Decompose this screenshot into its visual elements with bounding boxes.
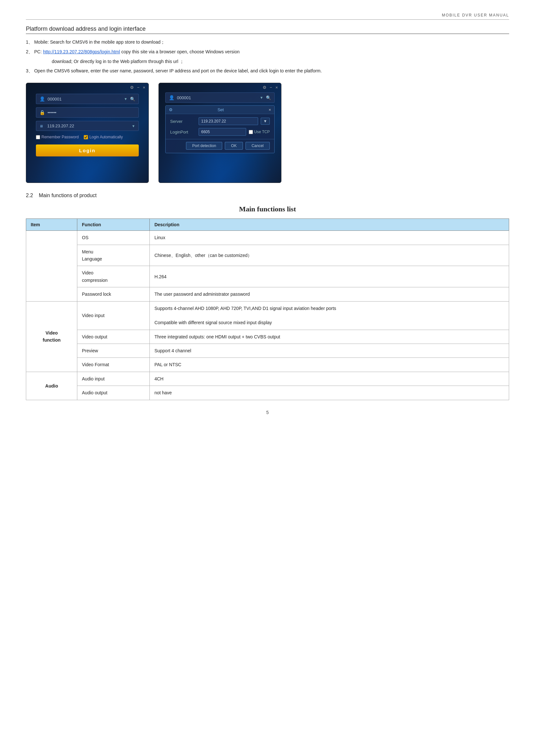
settings-screenshot: ⚙ − × 👤 000001 ▼ 🔍 ⚙ Set × Server [158,83,281,183]
col-header-item: Item [26,219,77,231]
page-header: MOBILE DVR USER MANUAL [26,13,509,20]
subsection-text: Main functions of product [39,193,97,198]
description-cell: not have [150,386,509,400]
login-form: 👤 000001 ▼ 🔍 🔒 •••••• 🖥 119.23.207.22 ▼ … [36,94,139,156]
user-icon-2: 👤 [169,95,174,100]
section-title: Platform download address and login inte… [26,26,509,34]
dropdown-arrow: ▼ [124,97,127,101]
description-cell: Three integrated outputs: one HDMI outpu… [150,330,509,343]
table-header-row: Item Function Description [26,219,509,231]
function-cell: Videocompression [77,266,150,287]
function-cell: Video input [77,301,150,330]
table-section-title: Main functions list [26,205,509,213]
username-row: 👤 000001 ▼ 🔍 [36,94,139,104]
username-value: 000001 [47,97,121,101]
page-number: 5 [266,410,269,415]
ok-button[interactable]: OK [225,142,242,149]
header-title: MOBILE DVR USER MANUAL [442,13,509,17]
description-cell: Linux [150,231,509,245]
login-auto-label: Login Automatically [84,135,123,139]
table-row: VideocompressionH.264 [26,266,509,287]
password-value: •••••• [47,110,135,115]
table-row: MenuLanguageChinese、English、other（can be… [26,245,509,266]
table-row: Audio outputnot have [26,386,509,400]
table-row: Video FormatPAL or NTSC [26,358,509,372]
settings-dialog-title: ⚙ Set × [166,106,274,114]
description-cell: Supports 4-channel AHD 1080P, AHD 720P, … [150,301,509,330]
description-cell: PAL or NTSC [150,358,509,372]
search-icon-2: 🔍 [266,95,271,100]
settings-dialog: ⚙ Set × Server ▼ LoginPort Use TCP [165,105,275,153]
login-screenshot: ⚙ − × 👤 000001 ▼ 🔍 🔒 •••••• 🖥 119.23.207… [26,83,149,183]
remember-password-label: Remember Password [36,135,79,139]
minimize-icon: − [137,85,140,90]
subsection-number: 2.2 [26,193,33,198]
login-button[interactable]: Login [36,145,139,156]
description-cell: 4CH [150,372,509,386]
screenshots-row: ⚙ − × 👤 000001 ▼ 🔍 🔒 •••••• 🖥 119.23.207… [26,83,509,183]
page-footer: 5 [26,410,509,415]
item-cell [26,231,77,301]
use-tcp-label: Use TCP [249,130,270,134]
password-row: 🔒 •••••• [36,107,139,118]
user-icon: 👤 [40,96,45,101]
remember-password-checkbox[interactable] [36,135,40,139]
function-cell: Audio input [77,372,150,386]
settings-username-row: 👤 000001 ▼ 🔍 [165,93,275,103]
item-cell: Audio [26,372,77,400]
settings-dialog-title-text: Set [217,107,224,112]
item-2-link[interactable]: http://119.23.207.22/808gps/login.html [43,49,120,54]
settings-username-value: 000001 [177,95,257,100]
function-cell: Video Format [77,358,150,372]
item-3-text: Open the CMSV6 software, enter the user … [34,68,322,73]
function-cell: OS [77,231,150,245]
server-value: 119.23.207.22 [47,123,129,128]
table-row: OSLinux [26,231,509,245]
close-icon: × [143,85,145,90]
table-row: VideofunctionVideo inputSupports 4-chann… [26,301,509,330]
settings-dialog-title-icon: ⚙ [169,107,173,112]
loginport-label: LoginPort [170,130,196,134]
use-tcp-checkbox[interactable] [249,130,253,134]
function-cell: Audio output [77,386,150,400]
login-auto-checkbox[interactable] [84,135,88,139]
item-2: 2、 PC: http://119.23.207.22/808gps/login… [26,48,509,56]
settings-icon-2: ⚙ [263,85,267,90]
function-cell: Password lock [77,287,150,301]
server-setting-row: Server ▼ [170,117,270,125]
table-row: PreviewSupport 4 channel [26,344,509,358]
table-row: AudioAudio input4CH [26,372,509,386]
settings-dropdown-arrow: ▼ [260,96,263,99]
col-header-description: Description [150,219,509,231]
lock-icon: 🔒 [40,110,45,115]
description-cell: H.264 [150,266,509,287]
function-cell: Video output [77,330,150,343]
cancel-button[interactable]: Cancel [245,142,270,149]
port-detection-button[interactable]: Port detection [186,142,222,149]
subsection-title: 2.2 Main functions of product [26,193,509,199]
loginport-input[interactable] [199,128,246,136]
function-cell: Preview [77,344,150,358]
table-row: Password lockThe user password and admin… [26,287,509,301]
settings-icon: ⚙ [130,85,134,90]
function-cell: MenuLanguage [77,245,150,266]
item-3: 3、 Open the CMSV6 software, enter the us… [26,67,509,75]
server-dropdown-btn[interactable]: ▼ [261,118,270,125]
item-2-text-before: PC: [34,49,43,54]
win-titlebar-settings: ⚙ − × [159,83,281,91]
item-1: 1、 Mobile: Search for CMSV6 in the mobil… [26,39,509,46]
item-2-indent: download; Or directly log in to the Web … [52,58,509,66]
loginport-setting-row: LoginPort Use TCP [170,128,270,136]
item-1-text: Mobile: Search for CMSV6 in the mobile a… [34,40,165,44]
item-1-number: 1、 [26,40,33,44]
table-row: Video outputThree integrated outputs: on… [26,330,509,343]
item-3-number: 3、 [26,68,33,73]
settings-dialog-close-icon[interactable]: × [268,107,271,112]
server-input[interactable] [199,117,258,125]
functions-table: Item Function Description OSLinuxMenuLan… [26,219,509,400]
checkbox-row: Remember Password Login Automatically [36,135,139,139]
server-row: 🖥 119.23.207.22 ▼ [36,121,139,131]
item-cell: Videofunction [26,301,77,372]
settings-dialog-body: Server ▼ LoginPort Use TCP [166,114,274,139]
search-icon: 🔍 [130,97,135,101]
